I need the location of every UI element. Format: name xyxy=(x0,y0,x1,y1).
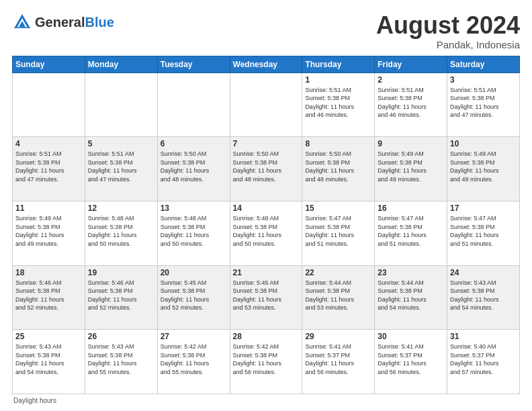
day-number: 15 xyxy=(305,203,371,213)
day-number: 3 xyxy=(450,75,517,85)
day-info: Sunrise: 5:46 AM Sunset: 5:38 PM Dayligh… xyxy=(88,279,154,312)
day-number: 7 xyxy=(233,139,300,148)
day-info: Sunrise: 5:50 AM Sunset: 5:38 PM Dayligh… xyxy=(161,150,227,183)
day-info: Sunrise: 5:48 AM Sunset: 5:38 PM Dayligh… xyxy=(161,214,227,248)
empty-cell xyxy=(85,73,157,137)
day-info: Sunrise: 5:42 AM Sunset: 5:38 PM Dayligh… xyxy=(233,342,300,376)
header-row: SundayMondayTuesdayWednesdayThursdayFrid… xyxy=(13,56,520,73)
day-info: Sunrise: 5:44 AM Sunset: 5:38 PM Dayligh… xyxy=(378,279,444,312)
calendar-week-5: 25Sunrise: 5:43 AM Sunset: 5:38 PM Dayli… xyxy=(13,330,520,394)
calendar-day-15: 15Sunrise: 5:47 AM Sunset: 5:38 PM Dayli… xyxy=(302,201,375,265)
calendar-day-5: 5Sunrise: 5:51 AM Sunset: 5:38 PM Daylig… xyxy=(85,137,157,201)
empty-cell xyxy=(230,73,302,137)
day-info: Sunrise: 5:47 AM Sunset: 5:38 PM Dayligh… xyxy=(450,214,517,248)
calendar-day-10: 10Sunrise: 5:49 AM Sunset: 5:38 PM Dayli… xyxy=(447,137,520,201)
day-info: Sunrise: 5:41 AM Sunset: 5:37 PM Dayligh… xyxy=(305,342,371,376)
day-number: 20 xyxy=(161,268,227,277)
day-info: Sunrise: 5:50 AM Sunset: 5:38 PM Dayligh… xyxy=(305,150,371,183)
day-number: 10 xyxy=(450,139,517,148)
day-info: Sunrise: 5:50 AM Sunset: 5:38 PM Dayligh… xyxy=(233,150,300,183)
calendar-day-23: 23Sunrise: 5:44 AM Sunset: 5:38 PM Dayli… xyxy=(375,265,447,330)
day-info: Sunrise: 5:49 AM Sunset: 5:38 PM Dayligh… xyxy=(15,214,82,248)
day-info: Sunrise: 5:43 AM Sunset: 5:38 PM Dayligh… xyxy=(88,342,154,376)
calendar-day-12: 12Sunrise: 5:48 AM Sunset: 5:38 PM Dayli… xyxy=(85,201,157,265)
day-number: 24 xyxy=(450,268,517,277)
logo-general-text: General xyxy=(35,15,85,30)
day-number: 14 xyxy=(233,203,300,213)
day-header-friday: Friday xyxy=(375,56,447,73)
day-number: 8 xyxy=(305,139,371,148)
calendar-week-1: 1Sunrise: 5:51 AM Sunset: 5:38 PM Daylig… xyxy=(13,73,520,137)
day-number: 27 xyxy=(161,332,227,341)
day-number: 12 xyxy=(88,203,154,213)
day-number: 25 xyxy=(15,332,82,341)
calendar-day-30: 30Sunrise: 5:41 AM Sunset: 5:37 PM Dayli… xyxy=(375,330,447,394)
calendar-day-24: 24Sunrise: 5:43 AM Sunset: 5:38 PM Dayli… xyxy=(447,265,520,330)
day-info: Sunrise: 5:47 AM Sunset: 5:38 PM Dayligh… xyxy=(305,214,371,248)
day-number: 4 xyxy=(15,139,82,148)
page: GeneralBlue August 2024 Pandak, Indonesi… xyxy=(0,0,532,411)
calendar-day-7: 7Sunrise: 5:50 AM Sunset: 5:38 PM Daylig… xyxy=(230,137,302,201)
day-info: Sunrise: 5:48 AM Sunset: 5:38 PM Dayligh… xyxy=(233,214,300,248)
header: GeneralBlue August 2024 Pandak, Indonesi… xyxy=(12,12,520,50)
day-header-saturday: Saturday xyxy=(447,56,520,73)
day-header-tuesday: Tuesday xyxy=(157,56,230,73)
day-info: Sunrise: 5:49 AM Sunset: 5:38 PM Dayligh… xyxy=(450,150,517,183)
calendar-day-17: 17Sunrise: 5:47 AM Sunset: 5:38 PM Dayli… xyxy=(447,201,520,265)
calendar-day-16: 16Sunrise: 5:47 AM Sunset: 5:38 PM Dayli… xyxy=(375,201,447,265)
day-info: Sunrise: 5:51 AM Sunset: 5:38 PM Dayligh… xyxy=(305,86,371,120)
calendar-day-29: 29Sunrise: 5:41 AM Sunset: 5:37 PM Dayli… xyxy=(302,330,375,394)
calendar-day-2: 2Sunrise: 5:51 AM Sunset: 5:38 PM Daylig… xyxy=(375,73,447,137)
day-number: 21 xyxy=(233,268,300,277)
calendar-week-2: 4Sunrise: 5:51 AM Sunset: 5:38 PM Daylig… xyxy=(13,137,520,201)
calendar-day-20: 20Sunrise: 5:45 AM Sunset: 5:38 PM Dayli… xyxy=(157,265,230,330)
day-info: Sunrise: 5:46 AM Sunset: 5:38 PM Dayligh… xyxy=(15,279,82,312)
day-number: 1 xyxy=(305,75,371,85)
day-number: 23 xyxy=(378,268,444,277)
day-info: Sunrise: 5:47 AM Sunset: 5:38 PM Dayligh… xyxy=(378,214,444,248)
day-info: Sunrise: 5:41 AM Sunset: 5:37 PM Dayligh… xyxy=(378,342,444,376)
calendar-day-25: 25Sunrise: 5:43 AM Sunset: 5:38 PM Dayli… xyxy=(13,330,85,394)
day-info: Sunrise: 5:43 AM Sunset: 5:38 PM Dayligh… xyxy=(15,342,82,376)
calendar-day-26: 26Sunrise: 5:43 AM Sunset: 5:38 PM Dayli… xyxy=(85,330,157,394)
month-year: August 2024 xyxy=(376,12,520,39)
logo-text: GeneralBlue xyxy=(35,15,114,29)
calendar-day-1: 1Sunrise: 5:51 AM Sunset: 5:38 PM Daylig… xyxy=(302,73,375,137)
day-header-wednesday: Wednesday xyxy=(230,56,302,73)
calendar-day-14: 14Sunrise: 5:48 AM Sunset: 5:38 PM Dayli… xyxy=(230,201,302,265)
day-info: Sunrise: 5:45 AM Sunset: 5:38 PM Dayligh… xyxy=(233,279,300,312)
day-info: Sunrise: 5:42 AM Sunset: 5:38 PM Dayligh… xyxy=(161,342,227,376)
day-info: Sunrise: 5:48 AM Sunset: 5:38 PM Dayligh… xyxy=(88,214,154,248)
day-info: Sunrise: 5:51 AM Sunset: 5:38 PM Dayligh… xyxy=(15,150,82,183)
day-number: 13 xyxy=(161,203,227,213)
calendar-day-31: 31Sunrise: 5:40 AM Sunset: 5:37 PM Dayli… xyxy=(447,330,520,394)
footer-note: Daylight hours xyxy=(12,397,520,404)
logo: GeneralBlue xyxy=(12,12,114,32)
empty-cell xyxy=(13,73,85,137)
day-header-monday: Monday xyxy=(85,56,157,73)
day-info: Sunrise: 5:51 AM Sunset: 5:38 PM Dayligh… xyxy=(88,150,154,183)
logo-icon xyxy=(12,12,32,32)
day-number: 17 xyxy=(450,203,517,213)
calendar-day-19: 19Sunrise: 5:46 AM Sunset: 5:38 PM Dayli… xyxy=(85,265,157,330)
calendar-day-13: 13Sunrise: 5:48 AM Sunset: 5:38 PM Dayli… xyxy=(157,201,230,265)
calendar-day-4: 4Sunrise: 5:51 AM Sunset: 5:38 PM Daylig… xyxy=(13,137,85,201)
day-info: Sunrise: 5:40 AM Sunset: 5:37 PM Dayligh… xyxy=(450,342,517,376)
day-header-sunday: Sunday xyxy=(13,56,85,73)
calendar-day-18: 18Sunrise: 5:46 AM Sunset: 5:38 PM Dayli… xyxy=(13,265,85,330)
day-number: 11 xyxy=(15,203,82,213)
day-number: 5 xyxy=(88,139,154,148)
calendar-day-9: 9Sunrise: 5:49 AM Sunset: 5:38 PM Daylig… xyxy=(375,137,447,201)
day-header-thursday: Thursday xyxy=(302,56,375,73)
location: Pandak, Indonesia xyxy=(376,39,520,50)
title-block: August 2024 Pandak, Indonesia xyxy=(376,12,520,50)
calendar-day-28: 28Sunrise: 5:42 AM Sunset: 5:38 PM Dayli… xyxy=(230,330,302,394)
day-number: 22 xyxy=(305,268,371,277)
day-number: 29 xyxy=(305,332,371,341)
day-info: Sunrise: 5:51 AM Sunset: 5:38 PM Dayligh… xyxy=(378,86,444,120)
day-info: Sunrise: 5:51 AM Sunset: 5:38 PM Dayligh… xyxy=(450,86,517,120)
day-number: 18 xyxy=(15,268,82,277)
calendar-day-27: 27Sunrise: 5:42 AM Sunset: 5:38 PM Dayli… xyxy=(157,330,230,394)
day-info: Sunrise: 5:49 AM Sunset: 5:38 PM Dayligh… xyxy=(378,150,444,183)
day-info: Sunrise: 5:43 AM Sunset: 5:38 PM Dayligh… xyxy=(450,279,517,312)
